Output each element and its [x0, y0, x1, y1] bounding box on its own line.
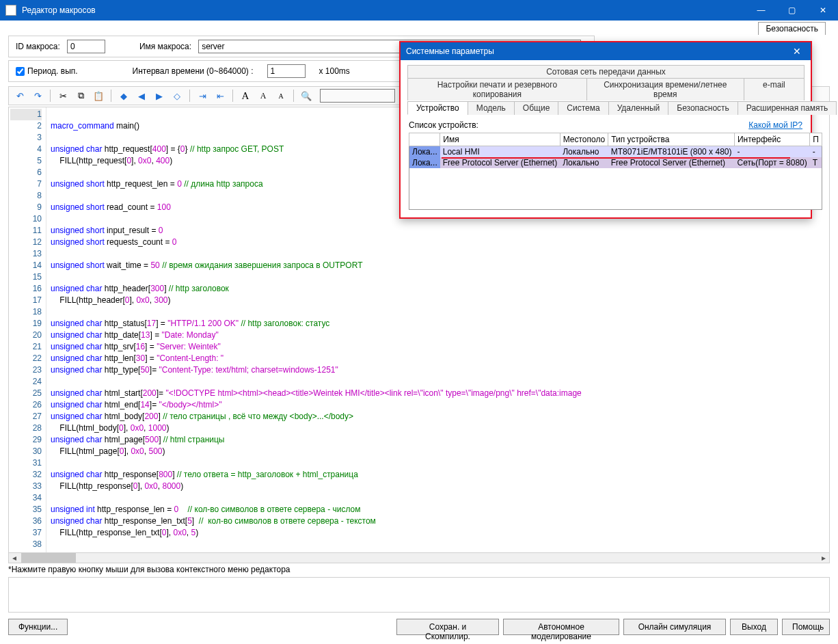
table-row[interactable]: Лока... Free Protocol Server (Ethernet) … — [409, 157, 822, 168]
tab-ext-memory[interactable]: Расширенная память — [738, 101, 837, 115]
dialog-titlebar[interactable]: Системные параметры ✕ — [401, 42, 811, 60]
col-name[interactable]: Имя — [440, 133, 560, 146]
paste-icon[interactable]: 📋 — [92, 89, 105, 103]
titlebar: Редактор макросов — ▢ ✕ — [0, 0, 838, 21]
interval-unit: x 100ms — [319, 66, 350, 76]
tab-system[interactable]: Система — [558, 101, 608, 115]
maximize-button[interactable]: ▢ — [776, 0, 807, 21]
functions-button[interactable]: Функции... — [8, 619, 68, 635]
tab-general[interactable]: Общие — [514, 101, 558, 115]
window-title: Редактор макросов — [22, 5, 746, 15]
id-label: ID макроса: — [16, 42, 60, 51]
minimize-button[interactable]: — — [746, 0, 776, 21]
font-medium-icon[interactable]: A — [256, 89, 270, 103]
outdent-icon[interactable]: ⇤ — [213, 89, 227, 103]
device-list-label: Список устройств: — [409, 120, 478, 130]
bookmark-prev-icon[interactable]: ◀ — [135, 89, 148, 103]
bookmark-toggle-icon[interactable]: ◆ — [117, 89, 131, 103]
system-params-dialog: Системные параметры ✕ Сотовая сеть перед… — [399, 41, 812, 219]
scroll-right-icon[interactable]: ▸ — [818, 553, 829, 563]
scroll-thumb[interactable] — [21, 553, 76, 563]
indent-icon[interactable]: ⇥ — [195, 89, 209, 103]
help-button[interactable]: Помощь — [782, 619, 830, 635]
dialog-close-icon[interactable]: ✕ — [789, 46, 805, 57]
tab-remote[interactable]: Удаленный — [608, 101, 669, 115]
my-ip-link[interactable]: Какой мой IP? — [748, 120, 802, 130]
cut-icon[interactable]: ✂ — [56, 89, 70, 103]
exit-button[interactable]: Выход — [730, 619, 778, 635]
online-sim-button[interactable]: Онлайн симуляция — [623, 619, 726, 635]
bookmark-next-icon[interactable]: ▶ — [152, 89, 166, 103]
tab-time-sync[interactable]: Синхронизация времени/летнее время — [586, 78, 744, 100]
scroll-left-icon[interactable]: ◂ — [9, 553, 20, 563]
macro-id-input[interactable] — [67, 40, 105, 53]
background-tab-security[interactable]: Безопасность — [758, 22, 826, 35]
find-icon[interactable]: 🔍 — [299, 89, 313, 103]
col-p[interactable]: П — [810, 133, 822, 146]
tab-device[interactable]: Устройство — [407, 101, 468, 115]
copy-icon[interactable]: ⧉ — [74, 89, 87, 103]
line-gutter: 1234567891011121314151617181920212223242… — [9, 107, 46, 554]
interval-input[interactable] — [267, 64, 306, 78]
col-blank[interactable] — [409, 133, 440, 146]
save-compile-button[interactable]: Сохран. и Скомпилир. — [396, 619, 499, 635]
periodic-label: Период. вып. — [27, 66, 78, 76]
annotation-underline — [442, 157, 790, 159]
bottom-bar: Функции... Сохран. и Скомпилир. Автономн… — [8, 617, 830, 637]
redo-icon[interactable]: ↷ — [31, 89, 44, 103]
close-button[interactable]: ✕ — [807, 0, 838, 21]
periodic-checkbox-label[interactable]: Период. вып. — [16, 66, 78, 76]
table-row[interactable]: Лока... Local HMI Локально MT8071iE/MT81… — [409, 146, 822, 158]
col-location[interactable]: Местополо — [560, 133, 608, 146]
tab-cellular[interactable]: Сотовая сеть передачи данных — [407, 65, 805, 78]
tab-security[interactable]: Безопасность — [668, 101, 738, 115]
font-selector[interactable] — [320, 89, 395, 103]
tab-print-backup[interactable]: Настройки печати и резервного копировани… — [407, 78, 587, 100]
name-label: Имя макроса: — [139, 42, 191, 51]
app-icon — [5, 5, 16, 16]
dialog-title: Системные параметры — [406, 46, 789, 56]
undo-icon[interactable]: ↶ — [13, 89, 27, 103]
font-bigger-icon[interactable]: A — [239, 89, 252, 103]
bookmark-clear-icon[interactable]: ◇ — [170, 89, 184, 103]
font-smaller-icon[interactable]: A — [274, 89, 288, 103]
editor-hint: *Нажмите правую кнопку мыши для вызова к… — [8, 565, 830, 577]
periodic-checkbox[interactable] — [16, 67, 25, 76]
tab-model[interactable]: Модель — [468, 101, 515, 115]
horizontal-scrollbar[interactable]: ◂ ▸ — [8, 552, 830, 563]
output-console[interactable] — [8, 577, 830, 613]
interval-label: Интервал времени (0~864000) : — [133, 66, 254, 76]
offline-sim-button[interactable]: Автономное моделирование — [503, 619, 619, 635]
device-table[interactable]: Имя Местополо Тип устройства Интерфейс П… — [409, 133, 822, 210]
col-interface[interactable]: Интерфейс — [734, 133, 809, 146]
col-type[interactable]: Тип устройства — [608, 133, 735, 146]
tab-email[interactable]: e-mail — [744, 78, 805, 100]
